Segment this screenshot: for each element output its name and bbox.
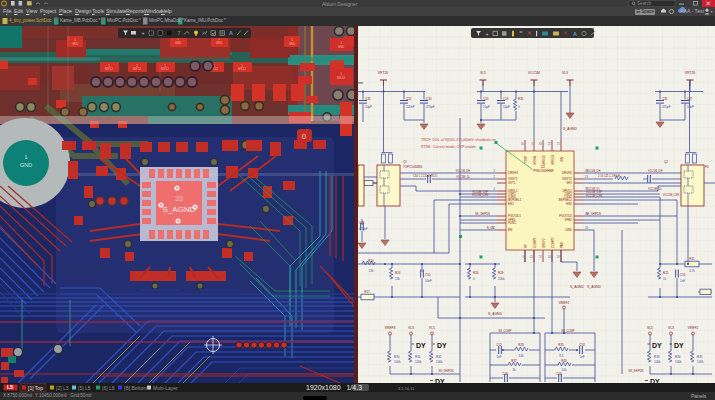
svg-text:R31: R31 [415,355,421,359]
svg-text:C27: C27 [687,97,693,101]
svg-text:VCC5M_CSN: VCC5M_CSN [472,193,488,197]
svg-text:22: 22 [548,142,552,146]
svg-text:A: A [573,30,577,36]
svg-text:C34: C34 [426,97,432,101]
svg-text:A: A [229,30,233,36]
svg-text:10μF: 10μF [503,105,510,109]
svg-text:13k: 13k [369,269,374,273]
svg-text:0: 0 [302,132,307,141]
svg-text:10μF: 10μF [365,105,372,109]
svg-text:GND: GND [289,42,297,46]
svg-text:S_AGND: S_AGND [570,285,584,289]
svg-text:100k: 100k [697,360,704,364]
svg-text:Q1: Q1 [403,160,407,164]
svg-text:29: 29 [557,255,561,259]
svg-text:VRT20: VRT20 [378,71,389,75]
svg-text:DRVH1: DRVH1 [508,171,518,175]
svg-text:11: 11 [530,255,533,259]
svg-text:VSSIN: VSSIN [533,156,537,165]
svg-text:C20: C20 [483,97,489,101]
svg-text:RTNK: Current mode, OVP enable: RTNK: Current mode, OVP enable [421,145,476,149]
svg-text:VCC5M: VCC5M [528,71,540,75]
svg-text:VL5: VL5 [429,326,435,330]
svg-text:R21: R21 [689,257,695,261]
svg-text:C52: C52 [496,343,502,347]
svg-text:100k: 100k [394,360,401,364]
svg-text:33: 33 [539,142,543,146]
svg-text:1nF: 1nF [496,355,501,359]
svg-text:COMP1: COMP1 [533,237,537,248]
svg-text:VREG5: VREG5 [542,154,546,165]
svg-text:MX12: MX12 [161,67,169,71]
svg-text:DY: DY [437,342,447,349]
svg-text:U2: U2 [541,165,545,169]
svg-text:23: 23 [585,175,589,179]
svg-text:EN2: EN2 [566,202,572,206]
svg-text:RF: RF [524,244,528,248]
svg-text:470pF: 470pF [359,227,368,231]
svg-text:R29: R29 [498,271,504,275]
svg-text:R33: R33 [654,355,660,359]
svg-text:GND: GND [175,41,183,45]
svg-text:34: 34 [521,142,525,146]
svg-text:NK_SHIPDN: NK_SHIPDN [629,369,644,373]
svg-text:C51: C51 [680,273,686,277]
svg-text:N_ON: N_ON [487,226,494,230]
svg-text:R35: R35 [697,355,703,359]
svg-text:TPS65266RHBR: TPS65266RHBR [532,169,553,173]
svg-text:10k: 10k [562,368,567,372]
svg-text:Q2: Q2 [664,160,668,164]
svg-text:EN: EN [508,228,512,232]
svg-text:C22: C22 [406,97,412,101]
svg-text:GND: GND [20,162,32,168]
svg-text:VCC5M_DL: VCC5M_DL [648,187,662,191]
svg-text:GND: GND [216,41,224,45]
svg-text:DRVH2: DRVH2 [562,171,572,175]
svg-text:100k: 100k [654,360,661,364]
svg-text:VL3: VL3 [408,326,414,330]
svg-text:VCC5M_DH: VCC5M_DH [456,169,470,173]
svg-text:R37: R37 [511,359,517,363]
svg-text:R30: R30 [394,355,400,359]
svg-text:10: 10 [548,255,552,259]
svg-text:C56: C56 [556,372,562,376]
svg-text:100k: 100k [415,360,422,364]
svg-text:VCC5M_CSN: VCC5M_CSN [586,194,602,198]
svg-text:VREF2: VREF2 [542,238,546,248]
svg-text:C50: C50 [425,273,431,277]
svg-text:C33: C33 [365,97,371,101]
svg-text:2 13 C25 1 2 R9uF: 2 13 C25 1 2 R9uF [598,174,620,178]
svg-text:10μF: 10μF [483,105,490,109]
svg-text:DY: DY [674,342,684,349]
svg-text:1k: 1k [663,277,667,281]
svg-text:R32: R32 [436,355,442,359]
svg-text:MX12: MX12 [133,67,141,71]
svg-text:3.3: 3.3 [559,354,564,358]
svg-text:+: + [141,30,144,36]
svg-text:GND: GND [72,42,80,46]
svg-text:C42: C42 [359,221,365,225]
svg-text:MX12: MX12 [238,67,246,71]
svg-text:COMP2: COMP2 [551,237,555,248]
svg-text:VCC5M_DH: VCC5M_DH [586,169,600,173]
svg-text:VCC5M_DL: VCC5M_DL [456,175,470,179]
svg-text:SP2: SP2 [566,181,572,185]
svg-text:NK_COMP: NK_COMP [499,329,512,333]
svg-text:NK_SHIPDN: NK_SHIPDN [475,212,490,216]
svg-text:VREG3: VREG3 [551,154,555,165]
svg-text:R36: R36 [561,359,567,363]
svg-text:100k: 100k [675,360,682,364]
svg-text:VREF2: VREF2 [688,326,699,330]
svg-text:470pF: 470pF [662,105,671,109]
svg-text:SVT1: SVT1 [508,181,516,185]
svg-text:PAD: PAD [560,241,564,248]
svg-text:FUNC: FUNC [508,221,517,225]
svg-text:7: 7 [177,30,180,36]
svg-text:R26: R26 [473,271,479,275]
svg-text:VL3: VL3 [668,326,674,330]
svg-text:TRCF: DDL at V(DDL-1V)=60mV, s: TRCF: DDL at V(DDL-1V)=60mV, shutdown on [421,138,496,142]
svg-text:VREF3: VREF3 [385,326,396,330]
svg-text:NK_SHIPDN: NK_SHIPDN [586,212,601,216]
svg-text:VL5: VL5 [647,326,653,330]
svg-text:R34: R34 [675,355,681,359]
